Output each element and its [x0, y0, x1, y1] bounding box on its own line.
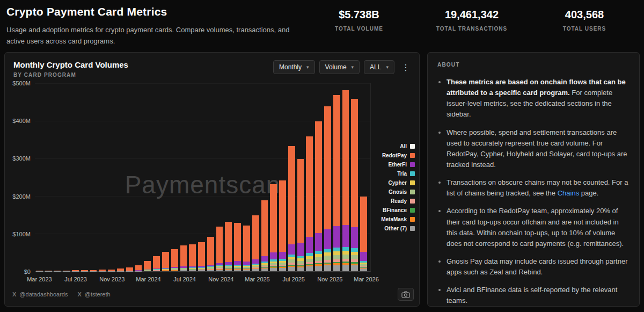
social-handle-tstereth[interactable]: X@tstereth — [77, 291, 110, 298]
segment-other-7[interactable] — [153, 271, 160, 271]
segment-other-7[interactable] — [351, 265, 358, 271]
segment-etherfi[interactable] — [333, 226, 340, 247]
bar-nov-2025[interactable] — [324, 83, 331, 271]
bar-jan-2025[interactable] — [234, 83, 241, 271]
bar-oct-2023[interactable] — [99, 83, 106, 271]
legend-item-all[interactable]: All — [371, 143, 415, 149]
segment-gnosis[interactable] — [333, 255, 340, 259]
segment-etherfi[interactable] — [315, 233, 322, 251]
metric-dropdown[interactable]: Volume ▾ — [319, 60, 360, 74]
segment-other-7[interactable] — [162, 271, 169, 271]
segment-etherfi[interactable] — [351, 227, 358, 248]
segment-cypher[interactable] — [342, 251, 349, 255]
bar-apr-2024[interactable] — [153, 83, 160, 271]
bar-nov-2024[interactable] — [216, 83, 223, 271]
segment-other-7[interactable] — [189, 270, 196, 271]
segment-redotpay[interactable] — [315, 121, 322, 233]
legend-item-other-7[interactable]: Other (7) — [371, 226, 415, 231]
bar-may-2025[interactable] — [270, 83, 277, 271]
bar-aug-2025[interactable] — [297, 83, 304, 271]
bar-mar-2023[interactable] — [36, 83, 43, 271]
segment-etherfi[interactable] — [297, 243, 304, 256]
segment-redotpay[interactable] — [171, 249, 178, 267]
bar-mar-2025[interactable] — [252, 83, 259, 271]
segment-redotpay[interactable] — [162, 252, 169, 268]
segment-other-7[interactable] — [225, 270, 232, 271]
bar-jun-2025[interactable] — [279, 83, 286, 271]
bar-jul-2024[interactable] — [180, 83, 187, 271]
segment-redotpay[interactable] — [198, 242, 205, 266]
legend-item-redotpay[interactable]: RedotPay — [371, 153, 415, 158]
segment-other-7[interactable] — [261, 269, 268, 271]
segment-redotpay[interactable] — [207, 237, 214, 265]
bar-dec-2024[interactable] — [225, 83, 232, 271]
bar-oct-2024[interactable] — [207, 83, 214, 271]
segment-etherfi[interactable] — [342, 225, 349, 246]
legend-item-cypher[interactable]: Cypher — [371, 180, 415, 186]
bar-feb-2025[interactable] — [243, 83, 250, 271]
bar-nov-2023[interactable] — [108, 83, 115, 271]
bar-jul-2023[interactable] — [72, 83, 79, 271]
bar-may-2023[interactable] — [54, 83, 61, 271]
segment-etherfi[interactable] — [252, 259, 259, 264]
segment-gnosis[interactable] — [315, 257, 322, 261]
bar-mar-2026[interactable] — [360, 83, 367, 271]
segment-other-7[interactable] — [171, 271, 178, 271]
segment-other-7[interactable] — [297, 267, 304, 271]
segment-etherfi[interactable] — [360, 252, 367, 261]
screenshot-button[interactable] — [398, 288, 414, 301]
bar-sep-2023[interactable] — [90, 83, 97, 271]
bar-jul-2025[interactable] — [288, 83, 295, 271]
legend-item-ready[interactable]: Ready — [371, 198, 415, 204]
segment-other-7[interactable] — [243, 270, 250, 271]
segment-other-7[interactable] — [360, 269, 367, 271]
bar-sep-2024[interactable] — [198, 83, 205, 271]
bar-apr-2025[interactable] — [261, 83, 268, 271]
social-handle-datadashboards[interactable]: X@datadashboards — [12, 291, 68, 298]
segment-tria[interactable] — [324, 249, 331, 253]
chains-link[interactable]: Chains — [558, 189, 579, 197]
segment-gnosis[interactable] — [324, 256, 331, 260]
segment-redotpay[interactable] — [135, 265, 142, 270]
segment-other-7[interactable] — [315, 266, 322, 271]
bar-mar-2024[interactable] — [144, 83, 151, 271]
segment-redotpay[interactable] — [216, 227, 223, 263]
segment-other-7[interactable] — [342, 265, 349, 271]
bar-apr-2023[interactable] — [45, 83, 52, 271]
segment-other-7[interactable] — [306, 266, 313, 271]
segment-other-7[interactable] — [270, 268, 277, 271]
segment-gnosis[interactable] — [342, 255, 349, 259]
legend-item-etherfi[interactable]: EtherFi — [371, 162, 415, 168]
segment-etherfi[interactable] — [288, 244, 295, 255]
segment-etherfi[interactable] — [324, 229, 331, 249]
bar-aug-2023[interactable] — [81, 83, 88, 271]
segment-redotpay[interactable] — [225, 222, 232, 262]
bar-sep-2025[interactable] — [306, 83, 313, 271]
segment-tria[interactable] — [351, 248, 358, 252]
interval-dropdown[interactable]: Monthly ▾ — [273, 60, 315, 74]
bar-oct-2025[interactable] — [315, 83, 322, 271]
segment-etherfi[interactable] — [279, 252, 286, 259]
segment-tria[interactable] — [333, 248, 340, 251]
segment-other-7[interactable] — [144, 271, 151, 271]
segment-redotpay[interactable] — [351, 99, 358, 227]
bar-aug-2024[interactable] — [189, 83, 196, 271]
segment-redotpay[interactable] — [306, 136, 313, 237]
segment-etherfi[interactable] — [270, 252, 277, 259]
segment-redotpay[interactable] — [297, 159, 304, 242]
segment-redotpay[interactable] — [333, 95, 340, 226]
segment-redotpay[interactable] — [270, 184, 277, 252]
segment-etherfi[interactable] — [306, 237, 313, 253]
kebab-menu-icon[interactable]: ⋮ — [399, 61, 413, 74]
bar-jun-2023[interactable] — [63, 83, 70, 271]
segment-other-7[interactable] — [279, 268, 286, 271]
segment-other-7[interactable] — [333, 265, 340, 271]
bar-may-2024[interactable] — [162, 83, 169, 271]
segment-other-7[interactable] — [252, 269, 259, 271]
segment-other-7[interactable] — [288, 267, 295, 271]
segment-redotpay[interactable] — [180, 245, 187, 266]
legend-item-gnosis[interactable]: Gnosis — [371, 189, 415, 195]
segment-redotpay[interactable] — [261, 200, 268, 256]
segment-other-7[interactable] — [180, 270, 187, 271]
segment-other-7[interactable] — [216, 270, 223, 271]
